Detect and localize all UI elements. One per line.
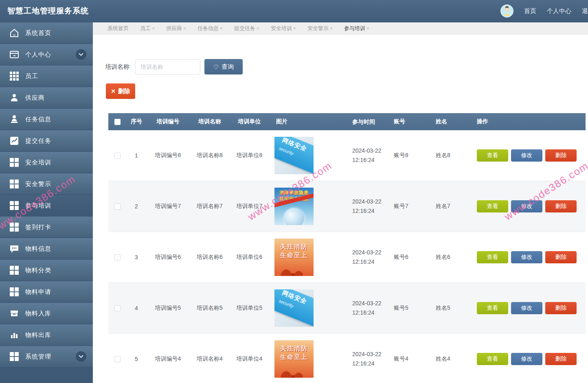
close-icon[interactable]: × bbox=[257, 26, 259, 31]
edit-button[interactable]: 修改 bbox=[511, 302, 542, 314]
sidebar-item-task-info[interactable]: 任务信息 bbox=[0, 109, 93, 130]
col-header-account: 账号 bbox=[391, 118, 432, 125]
cell-person: 姓名4 bbox=[432, 355, 472, 363]
sidebar-item-label: 物料出库 bbox=[25, 331, 51, 339]
delete-button[interactable]: ✕ 删除 bbox=[106, 83, 135, 99]
tab-label: 提交任务 bbox=[234, 25, 255, 32]
sidebar-item-suppliers[interactable]: 供应商 bbox=[0, 87, 93, 109]
edit-button[interactable]: 修改 bbox=[511, 353, 542, 365]
delete-button-label: 删除 bbox=[118, 88, 130, 95]
cell-time: 2024-03-2212:16:24 bbox=[346, 146, 391, 165]
tab-label: 系统首页 bbox=[108, 25, 129, 32]
cell-time: 2024-03-2212:16:24 bbox=[346, 299, 391, 317]
avatar[interactable] bbox=[500, 4, 513, 18]
cell-no: 5 bbox=[126, 356, 147, 362]
sidebar-item-system-management[interactable]: 系统管理 bbox=[0, 346, 93, 368]
row-delete-button[interactable]: 删除 bbox=[545, 302, 577, 314]
top-right-nav: 首页 个人中心 退出登录 bbox=[500, 4, 588, 18]
view-button[interactable]: 查看 bbox=[477, 200, 508, 212]
view-button[interactable]: 查看 bbox=[477, 302, 508, 314]
sidebar-item-system-home[interactable]: 系统首页 bbox=[0, 22, 93, 44]
chevron-down-icon[interactable] bbox=[76, 49, 86, 60]
bar-chart-icon bbox=[9, 330, 20, 340]
sidebar-item-join-training[interactable]: 参与培训 bbox=[0, 195, 93, 217]
x-icon: ✕ bbox=[111, 88, 116, 94]
nav-logout-link[interactable]: 退出登录 bbox=[582, 7, 588, 15]
row-checkbox[interactable] bbox=[114, 254, 121, 260]
tab-task-info[interactable]: 任务信息× bbox=[197, 25, 223, 32]
tab-safety-warning[interactable]: 安全警示× bbox=[307, 25, 333, 32]
col-header-unit: 培训单位 bbox=[230, 118, 269, 125]
sidebar-item-material-info[interactable]: 物料信息 bbox=[0, 238, 93, 260]
row-delete-button[interactable]: 删除 bbox=[545, 353, 577, 365]
sidebar-item-safety-warning[interactable]: 安全警示 bbox=[0, 173, 93, 195]
row-checkbox[interactable] bbox=[114, 305, 121, 311]
user-badge-icon bbox=[9, 114, 20, 125]
close-icon[interactable]: × bbox=[293, 26, 296, 31]
table-row: 2 培训编号7 培训名称7 培训单位7 消除事故隐患筑牢安全防线 2024-03… bbox=[108, 181, 586, 232]
sidebar-item-material-category[interactable]: 物料分类 bbox=[0, 260, 93, 281]
row-delete-button[interactable]: 删除 bbox=[545, 200, 577, 212]
tab-system-home[interactable]: 系统首页 bbox=[108, 25, 129, 32]
main-area: 系统首页 员工× 供应商× 任务信息× 提交任务× 安全培训× 安全警示× 参与… bbox=[93, 22, 588, 383]
sidebar-item-check-in[interactable]: 签到打卡 bbox=[0, 217, 93, 238]
tab-suppliers[interactable]: 供应商× bbox=[166, 25, 186, 32]
search-label: 培训名称 bbox=[105, 63, 129, 71]
close-icon[interactable]: × bbox=[330, 26, 333, 31]
sidebar-item-submit-task[interactable]: 提交任务 bbox=[0, 130, 93, 152]
sidebar-item-safety-training[interactable]: 安全培训 bbox=[0, 152, 93, 173]
squares-icon bbox=[9, 222, 20, 232]
query-button[interactable]: ♡ 查询 bbox=[204, 59, 243, 74]
avatar-image bbox=[500, 4, 513, 18]
cell-unit: 培训单位7 bbox=[230, 203, 269, 210]
squares-icon bbox=[9, 157, 20, 168]
search-input[interactable] bbox=[135, 59, 200, 74]
tab-employees[interactable]: 员工× bbox=[140, 25, 155, 32]
row-checkbox[interactable] bbox=[114, 204, 121, 210]
row-delete-button[interactable]: 删除 bbox=[545, 251, 577, 263]
tab-safety-training[interactable]: 安全培训× bbox=[271, 25, 296, 32]
col-header-person: 姓名 bbox=[432, 118, 472, 125]
nav-profile-link[interactable]: 个人中心 bbox=[547, 7, 571, 15]
close-icon[interactable]: × bbox=[366, 26, 369, 31]
edit-button[interactable]: 修改 bbox=[511, 200, 542, 212]
home-icon bbox=[9, 28, 20, 38]
select-all-checkbox[interactable] bbox=[114, 119, 121, 125]
grid-icon bbox=[9, 71, 20, 81]
image-text: 关注消防 bbox=[274, 242, 314, 251]
close-icon[interactable]: × bbox=[220, 26, 223, 31]
chevron-down-icon[interactable] bbox=[76, 351, 86, 362]
tab-label: 供应商 bbox=[166, 25, 182, 32]
cell-account: 账号6 bbox=[391, 254, 432, 261]
archive-icon bbox=[9, 308, 20, 319]
squares-icon bbox=[9, 265, 20, 276]
sidebar-item-label: 任务信息 bbox=[25, 116, 51, 123]
close-icon[interactable]: × bbox=[183, 26, 186, 31]
row-checkbox[interactable] bbox=[114, 153, 121, 159]
tab-join-training[interactable]: 参与培训× bbox=[344, 25, 369, 32]
close-icon[interactable]: × bbox=[152, 26, 155, 31]
row-delete-button[interactable]: 删除 bbox=[545, 149, 577, 162]
cell-time: 2024-03-2212:16:24 bbox=[346, 350, 391, 368]
edit-button[interactable]: 修改 bbox=[511, 149, 542, 162]
app-root: 智慧工地管理服务系统 首页 个人中心 退出登录 系统首页 bbox=[0, 0, 588, 383]
sidebar-item-material-request[interactable]: 物料申请 bbox=[0, 281, 93, 303]
squares-icon bbox=[9, 351, 20, 362]
squares-icon bbox=[9, 287, 20, 297]
sidebar-item-personal-center[interactable]: 个人中心 bbox=[0, 44, 93, 66]
sidebar-item-material-outbound[interactable]: 物料出库 bbox=[0, 324, 93, 346]
row-checkbox[interactable] bbox=[114, 356, 121, 362]
nav-home-link[interactable]: 首页 bbox=[524, 7, 536, 15]
edit-button[interactable]: 修改 bbox=[511, 251, 542, 263]
cell-person: 姓名8 bbox=[432, 152, 472, 159]
cell-time: 2024-03-2212:16:24 bbox=[346, 197, 391, 216]
heart-icon: ♡ bbox=[213, 64, 219, 70]
view-button[interactable]: 查看 bbox=[477, 251, 508, 263]
view-button[interactable]: 查看 bbox=[477, 149, 508, 162]
view-button[interactable]: 查看 bbox=[477, 353, 508, 365]
sidebar-item-employees[interactable]: 员工 bbox=[0, 66, 93, 87]
tab-submit-task[interactable]: 提交任务× bbox=[234, 25, 259, 32]
cell-code: 培训编号4 bbox=[147, 355, 189, 363]
cell-person: 姓名6 bbox=[432, 254, 472, 261]
sidebar-item-material-inbound[interactable]: 物料入库 bbox=[0, 303, 93, 324]
